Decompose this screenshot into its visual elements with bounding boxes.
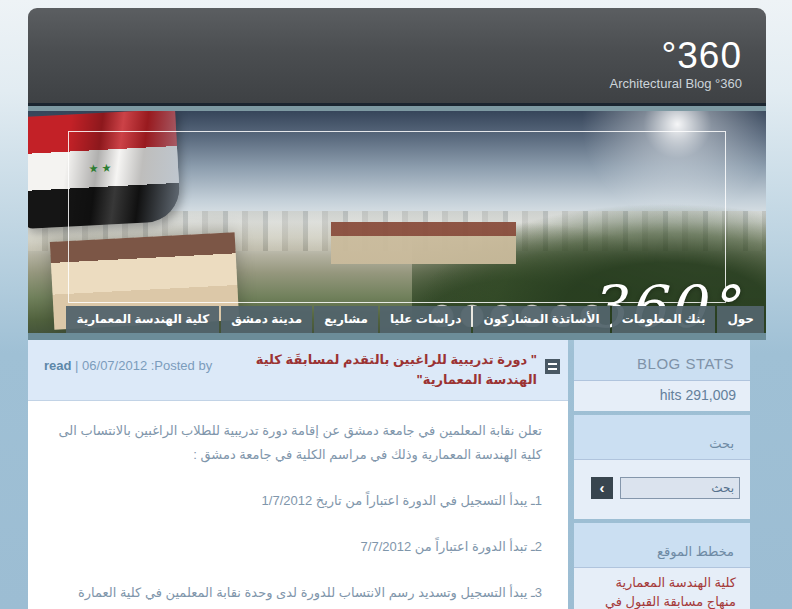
nav-item-graduate-studies[interactable]: دراسات عليا	[380, 306, 471, 333]
post-item-3: 3ـ يبدأ التسجيل وتسديد رسم الانتساب للدو…	[58, 581, 542, 609]
post-header: read | 06/07/2012 :Posted by " دورة تدري…	[28, 340, 568, 401]
post-item-2: 2ـ تبدأ الدورة اعتباراً من 7/7/2012	[58, 535, 542, 559]
post-read-link[interactable]: read	[44, 358, 71, 373]
sitemap-link-architecture-faculty[interactable]: كلية الهندسة المعمارية	[588, 574, 736, 593]
post-paragraph: تعلن نقابة المعلمين في جامعة دمشق عن إقا…	[58, 419, 542, 467]
post-meta-text: | 06/07/2012 :Posted by	[71, 358, 212, 373]
main-nav: حول بنك المعلومات الأساتذة المشاركون درا…	[28, 306, 764, 333]
teal-divider-band	[28, 333, 766, 340]
post-body: تعلن نقابة المعلمين في جامعة دمشق عن إقا…	[28, 401, 568, 609]
post-title[interactable]: " دورة تدريبية للراغبين بالتقدم لمسابقَة…	[237, 350, 537, 390]
sitemap-links: كلية الهندسة المعمارية منهاج مسابقة القب…	[574, 568, 750, 609]
nav-item-participating-professors[interactable]: الأساتذة المشاركون	[473, 306, 609, 333]
post-meta: read | 06/07/2012 :Posted by	[44, 358, 212, 373]
content-row: read | 06/07/2012 :Posted by " دورة تدري…	[28, 340, 766, 609]
blog-hits-count: hits 291,009	[574, 381, 750, 411]
site-tagline: Architectural Blog °360	[610, 76, 742, 91]
banner-panorama-image: ★ ★ 360° حول بنك المعلومات الأساتذة المش…	[28, 111, 766, 333]
search-input[interactable]	[620, 477, 740, 499]
nav-item-info-bank[interactable]: بنك المعلومات	[612, 306, 716, 333]
sidebar: BLOG STATS hits 291,009 بحث ‹ مخطط الموق…	[574, 340, 750, 609]
post-list-icon	[545, 359, 560, 374]
search-heading: بحث	[574, 415, 750, 460]
search-widget: ‹	[574, 460, 750, 519]
sitemap-heading: مخطط الموقع	[574, 523, 750, 568]
blog-stats-heading: BLOG STATS	[574, 340, 750, 381]
nav-item-projects[interactable]: مشاريع	[314, 306, 378, 333]
nav-item-damascus-city[interactable]: مدينة دمشق	[221, 306, 312, 333]
sitemap-link-admission-curriculum[interactable]: منهاج مسابقة القبول في كلية العمارة	[588, 593, 736, 609]
main-column: read | 06/07/2012 :Posted by " دورة تدري…	[28, 340, 568, 609]
nav-item-about[interactable]: حول	[717, 306, 764, 333]
search-submit-button[interactable]: ‹	[591, 477, 613, 499]
site-logo: °360	[661, 37, 742, 74]
nav-item-architecture-faculty[interactable]: كلية الهندسة المعمارية	[66, 306, 219, 333]
post-item-1: 1ـ يبدأ التسجيل في الدورة اعتباراً من تا…	[58, 489, 542, 513]
site-header: °360 Architectural Blog °360	[28, 8, 766, 103]
page-container: °360 Architectural Blog °360 ★ ★ 360° حو…	[28, 8, 766, 609]
